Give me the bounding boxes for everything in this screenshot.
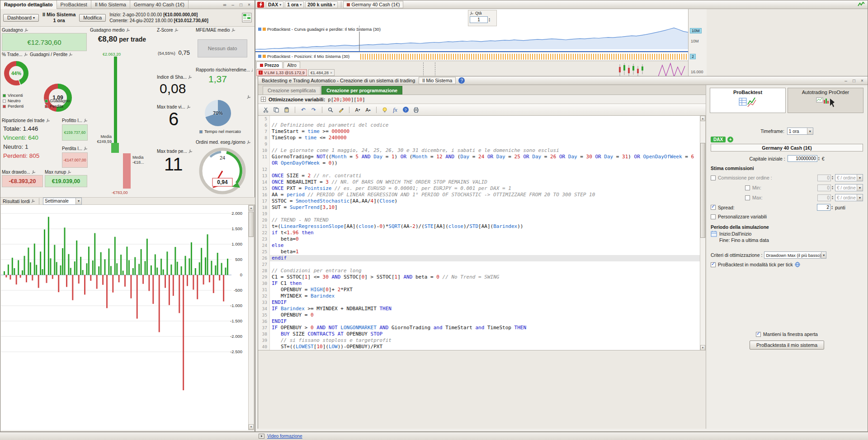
wrench-icon[interactable] (67, 170, 71, 174)
commission-checkbox[interactable]: ✓ (711, 175, 716, 180)
cut-icon[interactable] (262, 106, 270, 114)
font-larger-icon[interactable]: A▴ (364, 106, 372, 114)
maximize-button[interactable]: □ (850, 77, 858, 84)
help-icon[interactable]: ? (458, 77, 465, 84)
wrench-icon[interactable] (251, 68, 253, 72)
redo-icon[interactable]: ↷ (310, 106, 318, 114)
wrench-icon[interactable] (126, 28, 130, 32)
tab-creazione-semplificata[interactable]: Creazione semplificata (263, 86, 321, 95)
wrench-icon[interactable] (69, 52, 73, 57)
max-checkbox[interactable]: ✓ (745, 195, 750, 200)
code-editor[interactable]: 5 6// Definizione dei parametri del codi… (258, 116, 706, 350)
wrench-icon[interactable] (46, 118, 50, 123)
timeframe-dropdown[interactable]: 1 ora▾ (285, 1, 304, 8)
close-chip-icon[interactable]: × (330, 71, 332, 75)
copy-icon[interactable] (272, 106, 280, 114)
lightbulb-icon[interactable] (381, 106, 389, 114)
code-scrollbar[interactable]: ▲ ▼ (700, 116, 706, 350)
symbol-dropdown[interactable]: DAX▾ (266, 1, 283, 8)
wrench-icon[interactable] (31, 199, 35, 203)
commission-unit-dropdown[interactable]: € / ordine▾ (835, 174, 863, 181)
keep-open-checkbox[interactable]: ✓ (756, 332, 761, 337)
wrench-icon[interactable] (247, 95, 251, 99)
personalize-checkbox[interactable]: ✓ (711, 214, 716, 219)
close-button[interactable]: × (245, 1, 253, 8)
vlim-order-chip[interactable]: ! V:LIM 1,33 @15.172,9 (256, 69, 307, 76)
scroll-thumb[interactable] (700, 143, 705, 238)
video-formazione-link[interactable]: Video formazione (267, 434, 302, 439)
min-spinner[interactable]: ▲▼ (831, 185, 834, 190)
wrench-icon[interactable] (84, 147, 87, 151)
tab-il-mio-sistema[interactable]: Il Mio Sistema (91, 0, 130, 9)
tab-probacktest[interactable]: ProBacktest (57, 0, 91, 9)
scroll-thumb[interactable] (249, 212, 254, 237)
system-title-tab[interactable]: Il Mio Sistema (419, 77, 456, 84)
weekly-scrollbar[interactable]: ▲ ▼ (248, 205, 254, 430)
wrench-icon[interactable] (189, 149, 193, 153)
font-smaller-icon[interactable]: A▾ (354, 106, 362, 114)
prt-chart-icon[interactable] (858, 1, 865, 8)
wrench-icon[interactable] (175, 28, 179, 32)
tab-germany40[interactable]: Germany 40 Cash (1€) (130, 0, 189, 9)
commission-input[interactable] (817, 175, 831, 181)
optim-value[interactable]: p[20;300][10] (328, 97, 365, 102)
wrench-icon[interactable] (24, 28, 28, 32)
min-input[interactable] (817, 185, 831, 191)
positions-pane[interactable]: ProBacktest - Posizioni: Il Mio Sistema … (255, 53, 688, 61)
minimize-button[interactable]: – (842, 77, 849, 84)
wrench-icon[interactable] (32, 170, 36, 174)
period-dropdown[interactable]: Settimanale▾ (43, 198, 82, 205)
wrench-icon[interactable] (247, 140, 251, 144)
scroll-down-icon[interactable]: ▼ (249, 424, 254, 430)
run-backtest-button[interactable]: ProBacktesta il mio sistema (750, 341, 824, 350)
close-button[interactable]: × (859, 77, 866, 84)
help-icon[interactable]: ? (401, 106, 410, 114)
units-dropdown[interactable]: 200 k unità▾ (305, 1, 337, 8)
dashboard-button[interactable]: Dashboard ▾ (3, 14, 39, 22)
wrench-icon[interactable] (187, 105, 191, 109)
spread-spinner[interactable]: ▲▼ (831, 205, 833, 210)
min-checkbox[interactable]: ✓ (745, 185, 750, 190)
maximize-button[interactable]: □ (237, 1, 245, 8)
criteria-dropdown[interactable]: Drawdown Max (il più basso)▾ (764, 251, 826, 259)
wrench-icon[interactable] (470, 11, 474, 15)
scroll-down-icon[interactable]: ▼ (700, 345, 705, 350)
spread-input[interactable] (817, 204, 830, 211)
tab-rapporto-dettagliato[interactable]: Rapporto dettagliato (0, 0, 57, 9)
link-windows-icon[interactable]: ∞ (221, 1, 228, 8)
wrench-icon[interactable] (188, 75, 192, 79)
code-lines[interactable]: 5 6// Definizione dei parametri del codi… (258, 116, 700, 350)
fx-icon[interactable]: fx (391, 106, 399, 114)
minimize-button[interactable]: – (229, 1, 236, 8)
modifica-button[interactable]: Modifica (79, 14, 106, 22)
max-spinner[interactable]: ▲▼ (831, 195, 834, 200)
marker-icon[interactable] (337, 106, 345, 114)
capital-input[interactable] (788, 155, 817, 162)
qta-spinner[interactable]: ▲▼ (488, 18, 491, 22)
tab-altro[interactable]: Altro (283, 62, 300, 68)
add-instrument-icon[interactable]: + (727, 137, 733, 142)
spread-checkbox[interactable]: ✓ (711, 205, 716, 210)
undo-icon[interactable]: ↶ (299, 106, 307, 114)
wrench-icon[interactable] (24, 52, 28, 57)
min-unit-dropdown[interactable]: € / ordine▾ (835, 184, 863, 191)
max-unit-dropdown[interactable]: € / ordine▾ (835, 194, 863, 201)
instrument-tab[interactable]: Germany 40 Cash (1€) (343, 1, 404, 8)
capital-spinner[interactable]: ▲▼ (818, 156, 820, 161)
report-grid-icon[interactable] (242, 13, 252, 23)
paste-icon[interactable] (283, 106, 291, 114)
search-icon[interactable] (326, 106, 335, 114)
dax-chip[interactable]: DAX (711, 137, 726, 142)
qta-input[interactable] (470, 16, 488, 23)
tick-mode-checkbox[interactable]: ✓ (711, 262, 716, 267)
scroll-up-icon[interactable]: ▲ (700, 116, 705, 121)
wrench-icon[interactable] (231, 28, 236, 32)
tab-prezzo[interactable]: Prezzo (256, 62, 283, 68)
max-input[interactable] (817, 194, 831, 201)
wrench-icon[interactable] (84, 118, 87, 123)
panel-timeframe-dropdown[interactable]: 1 ora▾ (787, 128, 813, 135)
tab-probacktest-panel[interactable]: ProBacktest (710, 88, 786, 113)
tab-creazione-programmazione[interactable]: Creazione per programmazione (321, 86, 402, 95)
commission-spinner[interactable]: ▲▼ (831, 175, 834, 180)
print-icon[interactable] (412, 106, 420, 114)
